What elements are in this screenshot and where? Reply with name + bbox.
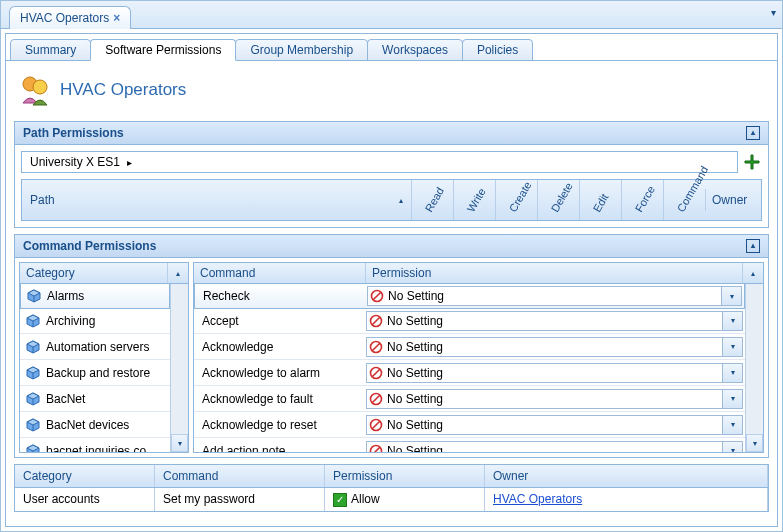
command-item[interactable]: RecheckNo Setting▾ xyxy=(194,284,745,309)
dropdown-button[interactable]: ▾ xyxy=(722,390,742,408)
collapse-icon[interactable]: ▴ xyxy=(746,126,760,140)
dropdown-button[interactable]: ▾ xyxy=(722,442,742,453)
collapse-icon[interactable]: ▴ xyxy=(746,239,760,253)
scroll-up-button[interactable]: ▴ xyxy=(168,263,188,283)
cube-icon xyxy=(27,289,41,303)
svg-line-3 xyxy=(373,292,381,300)
cube-icon xyxy=(26,314,40,328)
tab-software-permissions[interactable]: Software Permissions xyxy=(90,39,236,61)
command-scrollbar[interactable]: ▾ xyxy=(745,284,763,452)
command-column-header[interactable]: Command xyxy=(194,263,366,283)
path-permissions-section: Path Permissions ▴ University X ES1 ▸ Pa… xyxy=(14,121,769,228)
category-label: Alarms xyxy=(47,289,169,303)
permission-value: No Setting xyxy=(385,340,722,354)
tab-summary[interactable]: Summary xyxy=(10,39,91,61)
category-item[interactable]: BacNet xyxy=(20,386,170,412)
permission-cell: No Setting▾ xyxy=(366,337,745,357)
scroll-down-button[interactable]: ▾ xyxy=(171,434,188,452)
category-column-header[interactable]: Category xyxy=(20,263,168,283)
command-item[interactable]: AcceptNo Setting▾ xyxy=(194,308,745,334)
document-tab-hvac-operators[interactable]: HVAC Operators × xyxy=(9,6,131,29)
permission-column-header[interactable]: Permission xyxy=(366,263,743,283)
scroll-down-button[interactable]: ▾ xyxy=(746,434,763,452)
property-tab-bar: Summary Software Permissions Group Membe… xyxy=(6,34,777,61)
svg-line-13 xyxy=(372,421,380,429)
col-category[interactable]: Category xyxy=(15,465,155,487)
category-item[interactable]: Alarms xyxy=(20,284,170,309)
permission-dropdown[interactable]: No Setting▾ xyxy=(366,415,743,435)
permission-value: No Setting xyxy=(385,314,722,328)
col-edit[interactable]: Edit xyxy=(579,180,621,220)
col-command[interactable]: Command xyxy=(155,465,325,487)
category-item[interactable]: Archiving xyxy=(20,308,170,334)
col-owner[interactable]: Owner xyxy=(705,189,761,211)
col-delete[interactable]: Delete xyxy=(537,180,579,220)
permission-dropdown[interactable]: No Setting▾ xyxy=(366,389,743,409)
tab-overflow-icon[interactable]: ▾ xyxy=(771,7,776,18)
permission-dropdown[interactable]: No Setting▾ xyxy=(366,311,743,331)
permission-dropdown[interactable]: No Setting▾ xyxy=(366,337,743,357)
col-force[interactable]: Force xyxy=(621,180,663,220)
close-tab-icon[interactable]: × xyxy=(113,11,120,25)
category-label: Backup and restore xyxy=(46,366,170,380)
no-setting-icon xyxy=(367,392,385,406)
svg-line-5 xyxy=(372,317,380,325)
owner-link[interactable]: HVAC Operators xyxy=(493,492,582,506)
dropdown-button[interactable]: ▾ xyxy=(722,416,742,434)
document-tab-bar: HVAC Operators × ▾ xyxy=(1,1,782,29)
category-scrollbar[interactable]: ▾ xyxy=(170,284,188,452)
command-item[interactable]: Acknowledge to resetNo Setting▾ xyxy=(194,412,745,438)
path-column-header[interactable]: Path ▴ xyxy=(22,180,411,220)
breadcrumb-label: University X ES1 xyxy=(30,155,120,169)
permission-cell: No Setting▾ xyxy=(367,286,744,306)
table-header-row: Category Command Permission Owner xyxy=(15,465,768,488)
command-item[interactable]: Acknowledge to alarmNo Setting▾ xyxy=(194,360,745,386)
tab-policies[interactable]: Policies xyxy=(462,39,533,61)
dropdown-button[interactable]: ▾ xyxy=(721,287,741,305)
tab-workspaces[interactable]: Workspaces xyxy=(367,39,463,61)
permission-column-headers: Read Write Create Delete Edit Force Comm… xyxy=(411,180,705,220)
category-item[interactable]: Backup and restore xyxy=(20,360,170,386)
col-owner[interactable]: Owner xyxy=(485,465,768,487)
permission-value: No Setting xyxy=(385,392,722,406)
scroll-track[interactable] xyxy=(746,284,763,434)
category-item[interactable]: BacNet devices xyxy=(20,412,170,438)
svg-line-11 xyxy=(372,395,380,403)
dropdown-button[interactable]: ▾ xyxy=(722,364,742,382)
command-item[interactable]: Add action noteNo Setting▾ xyxy=(194,438,745,452)
category-item[interactable]: Automation servers xyxy=(20,334,170,360)
scroll-track[interactable] xyxy=(171,284,188,434)
page-title: HVAC Operators xyxy=(60,80,186,100)
col-permission[interactable]: Permission xyxy=(325,465,485,487)
scroll-up-button[interactable]: ▴ xyxy=(743,263,763,283)
tab-body: HVAC Operators Path Permissions ▴ Univer… xyxy=(6,61,777,523)
add-path-button[interactable] xyxy=(742,152,762,172)
dropdown-button[interactable]: ▾ xyxy=(722,338,742,356)
permission-dropdown[interactable]: No Setting▾ xyxy=(366,363,743,383)
path-breadcrumb[interactable]: University X ES1 ▸ xyxy=(21,151,738,173)
cell-category: User accounts xyxy=(15,488,155,511)
allow-icon: ✓ xyxy=(333,493,347,507)
category-item[interactable]: bacnet inquiries command xyxy=(20,438,170,452)
command-label: Accept xyxy=(194,314,366,328)
svg-line-9 xyxy=(372,369,380,377)
path-permissions-header[interactable]: Path Permissions ▴ xyxy=(14,121,769,145)
col-write[interactable]: Write xyxy=(453,180,495,220)
col-create[interactable]: Create xyxy=(495,180,537,220)
svg-line-7 xyxy=(372,343,380,351)
breadcrumb-row: University X ES1 ▸ xyxy=(21,151,762,173)
permission-dropdown[interactable]: No Setting▾ xyxy=(366,441,743,453)
category-label: bacnet inquiries command xyxy=(46,444,170,453)
permission-dropdown[interactable]: No Setting▾ xyxy=(367,286,742,306)
no-setting-icon xyxy=(367,340,385,354)
col-read[interactable]: Read xyxy=(411,180,453,220)
command-item[interactable]: Acknowledge to faultNo Setting▾ xyxy=(194,386,745,412)
dropdown-button[interactable]: ▾ xyxy=(722,312,742,330)
tab-group-membership[interactable]: Group Membership xyxy=(235,39,368,61)
command-item[interactable]: AcknowledgeNo Setting▾ xyxy=(194,334,745,360)
col-command[interactable]: Command xyxy=(663,180,705,220)
table-row[interactable]: User accounts Set my password ✓Allow HVA… xyxy=(15,488,768,511)
section-title: Command Permissions xyxy=(23,239,156,253)
command-permissions-header[interactable]: Command Permissions ▴ xyxy=(14,234,769,258)
command-permissions-section: Command Permissions ▴ Category ▴ AlarmsA… xyxy=(14,234,769,458)
